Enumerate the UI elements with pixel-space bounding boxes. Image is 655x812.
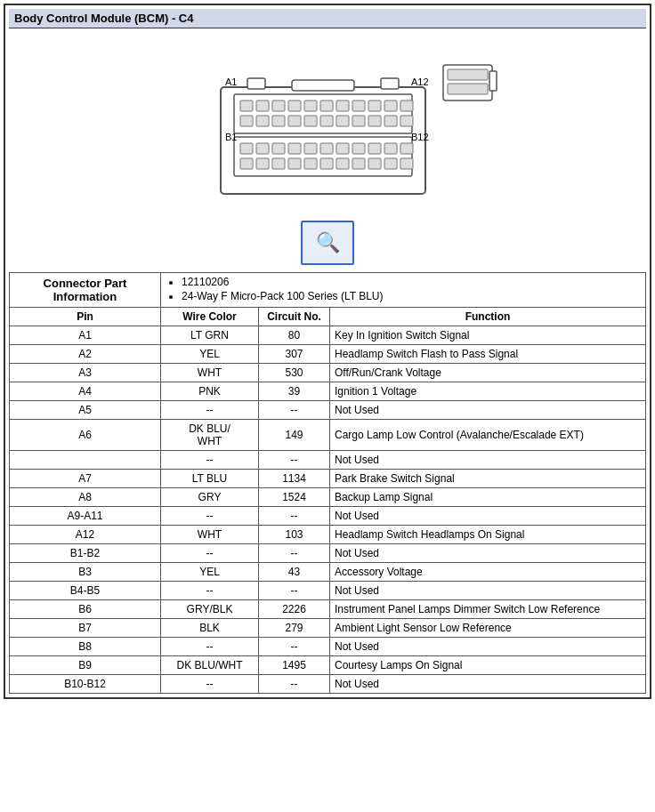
cell-pin: A2 (10, 345, 161, 364)
table-row: A8GRY1524Backup Lamp Signal (10, 488, 646, 507)
table-row: A9-A11----Not Used (10, 507, 646, 526)
cell-circuit-no: -- (259, 401, 330, 420)
cell-function: Not Used (330, 451, 646, 470)
cell-circuit-no: 2226 (259, 600, 330, 619)
cell-pin: B7 (10, 619, 161, 638)
svg-rect-6 (288, 100, 301, 111)
svg-rect-24 (400, 116, 413, 126)
connector-diagram-area: A1 A12 B1 B12 (9, 34, 646, 215)
cell-circuit-no: -- (259, 451, 330, 470)
table-row: B4-B5----Not Used (10, 582, 646, 600)
cell-wire-color: LT BLU (161, 470, 259, 488)
cell-wire-color: -- (161, 451, 259, 470)
connector-part-info-label: Connector Part Information (10, 273, 161, 308)
svg-rect-18 (304, 116, 317, 126)
cell-function: Ignition 1 Voltage (330, 382, 646, 401)
cell-pin: A7 (10, 470, 161, 488)
table-row: A7LT BLU1134Park Brake Switch Signal (10, 470, 646, 488)
svg-rect-9 (336, 100, 349, 111)
svg-rect-56 (448, 84, 488, 94)
cell-wire-color: WHT (161, 526, 259, 544)
cell-circuit-no: 1495 (259, 656, 330, 675)
cell-wire-color: BLK (161, 619, 259, 638)
cell-wire-color: PNK (161, 382, 259, 401)
cell-pin: B9 (10, 656, 161, 675)
svg-rect-29 (304, 143, 317, 154)
svg-rect-10 (352, 100, 365, 111)
svg-rect-40 (304, 158, 317, 169)
table-row: B9DK BLU/WHT1495Courtesy Lamps On Signal (10, 656, 646, 675)
cell-pin (10, 451, 161, 470)
header-wire-color: Wire Color (161, 308, 259, 326)
cell-pin: B3 (10, 563, 161, 582)
cell-pin: B4-B5 (10, 582, 161, 600)
svg-rect-15 (256, 116, 269, 126)
svg-rect-34 (384, 143, 397, 154)
svg-rect-42 (336, 158, 349, 169)
cell-wire-color: -- (161, 401, 259, 420)
cell-pin: A9-A11 (10, 507, 161, 526)
cell-wire-color: -- (161, 507, 259, 526)
cell-function: Courtesy Lamps On Signal (330, 656, 646, 675)
svg-rect-36 (240, 158, 253, 169)
cell-wire-color: GRY/BLK (161, 600, 259, 619)
cell-pin: A4 (10, 382, 161, 401)
svg-rect-28 (288, 143, 301, 154)
cell-function: Off/Run/Crank Voltage (330, 364, 646, 382)
connector-table: Connector Part Information 12110206 24-W… (9, 272, 646, 694)
cell-pin: A3 (10, 364, 161, 382)
table-row: A3WHT530Off/Run/Crank Voltage (10, 364, 646, 382)
svg-rect-47 (292, 80, 354, 91)
cell-circuit-no: 279 (259, 619, 330, 638)
cell-circuit-no: 80 (259, 326, 330, 345)
table-row: A1LT GRN80Key In Ignition Switch Signal (10, 326, 646, 345)
magnify-icon[interactable]: 🔍 (301, 221, 354, 265)
cell-pin: A8 (10, 488, 161, 507)
svg-text:B1: B1 (225, 132, 237, 142)
cell-circuit-no: 530 (259, 364, 330, 382)
cell-wire-color: -- (161, 638, 259, 656)
cell-function: Instrument Panel Lamps Dimmer Switch Low… (330, 600, 646, 619)
svg-rect-44 (368, 158, 381, 169)
svg-rect-33 (368, 143, 381, 154)
cell-function: Accessory Voltage (330, 563, 646, 582)
cell-function: Not Used (330, 401, 646, 420)
svg-rect-21 (352, 116, 365, 126)
header-function: Function (330, 308, 646, 326)
svg-rect-11 (368, 100, 381, 111)
cell-wire-color: -- (161, 582, 259, 600)
svg-rect-37 (256, 158, 269, 169)
svg-rect-23 (384, 116, 397, 126)
svg-rect-57 (489, 71, 497, 91)
cell-circuit-no: -- (259, 638, 330, 656)
cell-function: Key In Ignition Switch Signal (330, 326, 646, 345)
cell-circuit-no: 43 (259, 563, 330, 582)
svg-rect-5 (272, 100, 285, 111)
cell-function: Cargo Lamp Low Control (Avalanche/Escala… (330, 420, 646, 451)
header-pin: Pin (10, 308, 161, 326)
svg-rect-3 (240, 100, 253, 111)
table-row: B7BLK279Ambient Light Sensor Low Referen… (10, 619, 646, 638)
part-description: 24-Way F Micro-Pack 100 Series (LT BLU) (182, 290, 641, 302)
svg-rect-25 (240, 143, 253, 154)
table-row: B8----Not Used (10, 638, 646, 656)
table-row: A6DK BLU/WHT149Cargo Lamp Low Control (A… (10, 420, 646, 451)
cell-circuit-no: 39 (259, 382, 330, 401)
table-row: A12WHT103Headlamp Switch Headlamps On Si… (10, 526, 646, 544)
cell-wire-color: YEL (161, 345, 259, 364)
svg-rect-19 (320, 116, 333, 126)
svg-rect-38 (272, 158, 285, 169)
svg-rect-35 (400, 143, 413, 154)
svg-rect-7 (304, 100, 317, 111)
cell-wire-color: -- (161, 544, 259, 563)
cell-circuit-no: 103 (259, 526, 330, 544)
svg-rect-32 (352, 143, 365, 154)
svg-rect-12 (384, 100, 397, 111)
page-container: Body Control Module (BCM) - C4 (4, 4, 651, 699)
svg-rect-14 (240, 116, 253, 126)
svg-rect-39 (288, 158, 301, 169)
svg-rect-45 (384, 158, 397, 169)
cell-pin: A1 (10, 326, 161, 345)
header-circuit-no: Circuit No. (259, 308, 330, 326)
svg-rect-22 (368, 116, 381, 126)
